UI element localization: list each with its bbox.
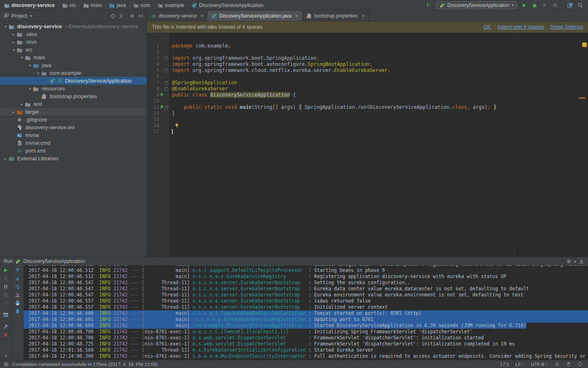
code-text[interactable]	[169, 74, 172, 80]
log-row[interactable]: 2017-04-18 12:00:48.725 INFO 21742 --- […	[29, 341, 588, 347]
down-stacktrace-icon[interactable]	[15, 276, 20, 281]
collapsed-arrow-icon[interactable]: ▸	[11, 40, 17, 44]
code-line-7[interactable]: 7−@SpringBootApplication	[147, 80, 588, 86]
tree-item-External-Libraries[interactable]: ▸External Libraries	[0, 155, 147, 162]
fold-marker-icon[interactable]: ^	[165, 87, 168, 91]
code-text[interactable]: package com.example;	[169, 43, 231, 49]
close-icon[interactable]	[3, 332, 9, 338]
code-line-16[interactable]: 16	[147, 123, 588, 129]
tree-item-mvnw[interactable]: mvnw	[0, 131, 147, 139]
code-text[interactable]	[169, 98, 172, 104]
code-line-17[interactable]: 17	[147, 129, 588, 135]
editor-tab-bootstrap.properties[interactable]: bootstrap.properties×	[303, 11, 369, 21]
banner-show-settings-link[interactable]: Show Settings	[550, 24, 583, 30]
update-project-icon[interactable]: 1001	[426, 2, 432, 8]
banner-ok-link[interactable]: OK	[483, 24, 491, 30]
tree-item-.idea[interactable]: ▸.idea	[0, 30, 147, 38]
code-line-10[interactable]: 10	[147, 98, 588, 104]
toolwindow-switcher-icon[interactable]	[4, 362, 9, 367]
pin-tab-icon[interactable]	[3, 324, 9, 330]
tree-item-.mvn[interactable]: ▸.mvn	[0, 38, 147, 46]
tree-item-com.example[interactable]: ▾com.example	[0, 69, 147, 77]
unlock-icon[interactable]	[555, 361, 560, 367]
tree-item-test[interactable]: ▸test	[0, 100, 147, 108]
close-tab-icon[interactable]: ×	[295, 13, 298, 19]
log-row[interactable]: 2017-04-18 12:00:46.557 INFO 21742 --- […	[29, 298, 588, 304]
run-line-icon[interactable]	[160, 92, 164, 98]
log-row[interactable]: 2017-04-18 12:00:46.512 INFO 21742 --- […	[29, 267, 588, 274]
log-row[interactable]: 2017-04-18 12:00:46.547 INFO 21742 --- […	[29, 292, 588, 298]
code-line-6[interactable]: 6	[147, 74, 588, 80]
code-text[interactable]: @EnableEurekaServer	[169, 86, 228, 92]
log-row[interactable]: 2017-04-18 12:00:46.604 INFO 21742 --- […	[24, 323, 588, 329]
project-panel-title[interactable]: Project	[11, 13, 27, 19]
code-text[interactable]: import org.springframework.cloud.netflix…	[169, 67, 390, 74]
scroll-from-source-icon[interactable]	[110, 13, 116, 19]
expanded-arrow-icon[interactable]: ▾	[2, 25, 9, 29]
tree-item-src[interactable]: ▾src	[0, 46, 147, 54]
search-everywhere-button[interactable]	[577, 2, 583, 8]
banner-indent-link[interactable]: Indent with 4 spaces	[497, 24, 544, 30]
tree-item-target[interactable]: ▸target	[0, 108, 147, 116]
tree-item-resources[interactable]: ▾resources	[0, 85, 147, 92]
log-row[interactable]: 2017-04-18 12:00:46.547 INFO 21742 --- […	[29, 286, 588, 292]
log-row[interactable]: 2017-04-18 12:00:46.601 INFO 21742 --- […	[24, 316, 588, 323]
log-row[interactable]: 2017-04-18 12:00:46.557 INFO 21742 --- […	[29, 304, 588, 310]
code-text[interactable]	[169, 123, 179, 129]
code-text[interactable]: @SpringBootApplication	[169, 80, 237, 86]
tree-item-pom.xml[interactable]: mpom.xml	[0, 147, 147, 155]
log-row[interactable]: 2017-04-18 12:00:46.512 INFO 21742 --- […	[29, 274, 588, 280]
soft-wrap-icon[interactable]	[15, 284, 20, 289]
print-icon[interactable]	[15, 300, 20, 306]
code-text[interactable]	[169, 117, 172, 123]
intention-bulb-icon[interactable]	[174, 123, 179, 128]
breadcrumb-item-discovery-service[interactable]: discovery-service	[3, 2, 56, 8]
breadcrumb-item-DiscoveryServiceApplication[interactable]: CDiscoveryServiceApplication	[191, 2, 264, 8]
log-row[interactable]: 2017-04-18 12:01:16.568 INFO 21742 --- […	[29, 347, 588, 353]
line-separator-widget[interactable]: LF	[515, 362, 525, 367]
breadcrumb-item-main[interactable]: main	[82, 2, 102, 8]
encoding-widget[interactable]: UTF-8	[531, 362, 548, 367]
scroll-to-end-icon[interactable]	[15, 292, 20, 298]
tree-item-bootstrap.properties[interactable]: bootstrap.properties	[0, 92, 147, 100]
code-text[interactable]	[169, 49, 172, 55]
breadcrumb-item-java[interactable]: java	[108, 2, 127, 8]
log-row[interactable]: 2017-04-18 12:00:48.706 INFO 21742 --- […	[29, 329, 588, 335]
event-log-balloon-icon[interactable]	[577, 361, 583, 367]
log-row[interactable]: 2017-04-18 12:24:06.300 INFO 21742 --- […	[29, 353, 588, 359]
code-line-2[interactable]: 2	[147, 49, 588, 55]
expanded-arrow-icon[interactable]: ▾	[19, 56, 25, 60]
breadcrumb-item-com[interactable]: com	[132, 2, 151, 8]
editor-tab-discovery-service[interactable]: mdiscovery-service×	[147, 11, 207, 21]
more-icon[interactable]: »	[4, 353, 7, 359]
tree-item-main[interactable]: ▾main	[0, 54, 147, 61]
pause-output-icon[interactable]	[3, 284, 9, 289]
code-line-3[interactable]: 3−import org.springframework.boot.Spring…	[147, 55, 588, 61]
expanded-arrow-icon[interactable]: ▾	[27, 63, 33, 67]
code-text[interactable]: import org.springframework.boot.autoconf…	[169, 61, 372, 67]
run-config-select[interactable]: DiscoveryServiceApplication ▾	[436, 1, 517, 9]
rerun-icon[interactable]	[3, 267, 9, 273]
log-row[interactable]: 2017-04-18 12:00:46.600 INFO 21742 --- […	[24, 310, 588, 316]
expanded-arrow-icon[interactable]: ▾	[11, 48, 17, 52]
code-text[interactable]: public class DiscoveryServiceApplication…	[169, 92, 296, 98]
tree-item-DiscoveryServiceApplication[interactable]: CDiscoveryServiceApplication	[0, 77, 147, 85]
caret-position-widget[interactable]: 17:1	[500, 362, 509, 367]
code-line-4[interactable]: 4import org.springframework.boot.autocon…	[147, 61, 588, 67]
restore-layout-icon[interactable]	[3, 312, 9, 318]
code-text[interactable]: }	[169, 110, 175, 117]
log-row[interactable]: 2017-04-18 12:00:46.547 INFO 21742 --- […	[29, 280, 588, 286]
fold-marker-icon[interactable]: −	[165, 81, 168, 85]
settings-gear-icon[interactable]	[129, 13, 135, 19]
editor-tab-DiscoveryServiceApplication.java[interactable]: CDiscoveryServiceApplication.java×	[207, 11, 302, 21]
debug-button[interactable]	[532, 2, 537, 8]
code-line-1[interactable]: 1package com.example;	[147, 43, 588, 49]
run-with-coverage-button[interactable]	[542, 2, 548, 8]
run-button[interactable]	[521, 2, 527, 8]
dock-window-icon[interactable]	[579, 258, 584, 264]
code-line-9[interactable]: 9public class DiscoveryServiceApplicatio…	[147, 92, 588, 98]
chevron-down-icon[interactable]: ▾	[30, 13, 32, 18]
project-structure-button[interactable]	[567, 2, 573, 8]
code-line-5[interactable]: 5^import org.springframework.cloud.netfl…	[147, 67, 588, 74]
hide-panel-icon[interactable]	[138, 13, 143, 19]
